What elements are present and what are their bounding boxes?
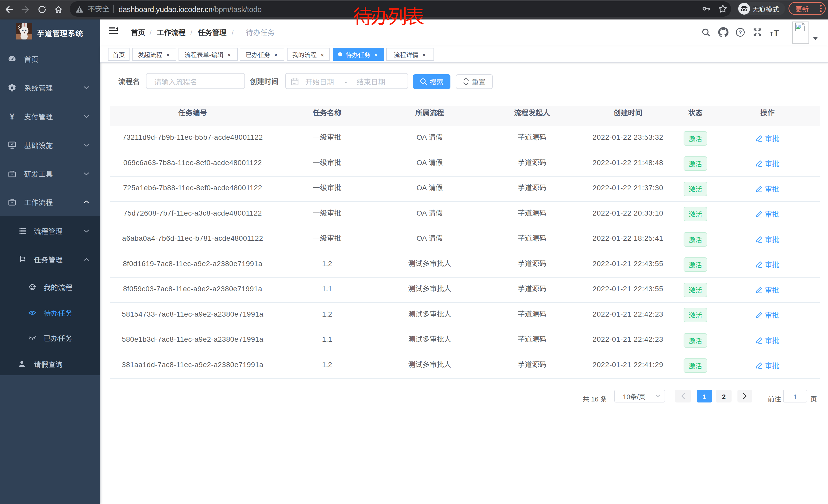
svg-text:?: ? [739, 29, 742, 35]
svg-text:T: T [774, 29, 779, 36]
svg-text:T: T [770, 31, 773, 36]
